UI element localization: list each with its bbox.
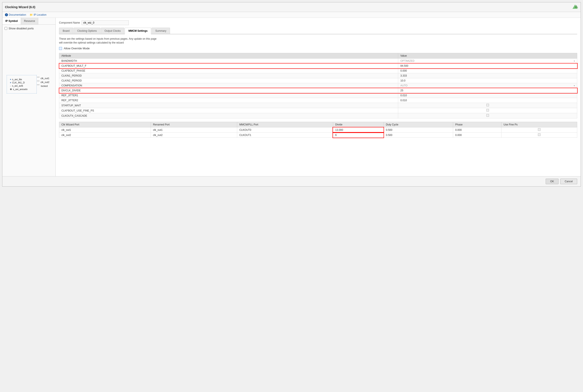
attr-name-cell: REF_JITTER2	[59, 98, 398, 103]
app-logo	[572, 4, 578, 10]
attr-value-cell: 3.333	[398, 73, 577, 78]
attr-header-value: Value	[398, 53, 577, 58]
attr-value-cell: 0.000	[398, 68, 577, 73]
tab-ip-symbol[interactable]: IP Symbol	[2, 18, 21, 24]
show-disabled-ports-label: Show disabled ports	[9, 27, 34, 30]
right-panel: Component Name Board Clocking Options Ou…	[56, 18, 581, 181]
desc-line1: These are the settings based on inputs f…	[59, 37, 577, 41]
port-plus-icon-2: +	[10, 81, 11, 84]
attr-value-cell: 25	[398, 88, 577, 93]
show-disabled-ports-checkbox[interactable]	[5, 27, 7, 30]
output-clk-out2: clk_out2	[41, 81, 49, 84]
attr-name-cell: BANDWIDTH	[59, 58, 398, 64]
desc-line2: will override the optimal settings calcu…	[59, 41, 577, 44]
port-clk-in1-d-label: CLK_IN1_D	[12, 81, 25, 84]
clk-cell: clk_out2	[59, 132, 151, 138]
clk-table-header: Renamed Port	[151, 122, 237, 128]
use-fine-ps-checkbox[interactable]	[538, 128, 540, 131]
toolbar: i Documentation 📁 IP Location	[2, 12, 581, 18]
port-plus-icon: +	[10, 78, 11, 81]
attr-value-cell[interactable]: OPTIMIZED▾	[398, 58, 577, 64]
attr-name-cell: STARTUP_WAIT	[59, 103, 398, 108]
documentation-link[interactable]: i Documentation	[5, 13, 26, 16]
output-line-3	[37, 85, 40, 85]
output-locked: locked	[41, 85, 48, 87]
clk-table-header: Use Fine Ps	[501, 122, 577, 128]
override-checkbox[interactable]	[59, 47, 62, 50]
port-dot-icon: ◉	[10, 88, 12, 90]
description-text: These are the settings based on inputs f…	[59, 37, 577, 44]
ok-button[interactable]: OK	[546, 179, 558, 184]
left-panel-tabs: IP Symbol Resource	[2, 18, 55, 25]
ip-block: + s_axi_lite + CLK_IN1_D – s_axi_aclk	[7, 75, 37, 94]
use-fine-ps-checkbox[interactable]	[538, 134, 540, 136]
clk-cell: 0.500	[384, 128, 453, 132]
attr-checkbox[interactable]	[486, 104, 489, 106]
attr-value-cell	[398, 103, 577, 108]
documentation-label: Documentation	[9, 13, 26, 16]
left-panel: IP Symbol Resource Show disabled ports +…	[2, 18, 56, 181]
attr-name-cell: DIVCLK_DIVIDE	[59, 88, 398, 93]
cancel-button[interactable]: Cancel	[560, 179, 577, 184]
clk-table: Clk Wizard PortRenamed PortMMCM/PLL Port…	[59, 122, 577, 138]
port-s-axi-lite: + s_axi_lite	[10, 78, 34, 81]
attr-value-cell	[398, 113, 577, 118]
output-line-1	[37, 77, 40, 77]
clk-cell: clk_out2	[151, 132, 237, 138]
tab-summary[interactable]: Summary	[152, 28, 170, 34]
attr-checkbox[interactable]	[486, 109, 489, 112]
component-name-row: Component Name	[59, 20, 577, 25]
output-clk-out1: clk_out1	[41, 77, 49, 80]
clk-table-header: Divide	[333, 122, 384, 128]
tab-output-clocks[interactable]: Output Clocks	[101, 28, 124, 34]
component-name-label: Component Name	[59, 21, 80, 24]
folder-icon: 📁	[30, 13, 33, 16]
component-name-input[interactable]	[82, 20, 129, 25]
attribute-table: Attribute Value BANDWIDTHOPTIMIZED▾CLKFB…	[59, 53, 577, 118]
use-fine-ps-cell	[501, 132, 577, 138]
ip-location-link[interactable]: 📁 IP Location	[30, 13, 47, 16]
clk-cell: 6	[333, 132, 384, 138]
bottom-bar: OK Cancel	[2, 176, 581, 186]
tab-clocking-options[interactable]: Clocking Options	[74, 28, 100, 34]
attr-checkbox[interactable]	[486, 114, 489, 117]
port-s-aresetn-label: s_axi_aresetn	[13, 88, 28, 90]
window-title: Clocking Wizard (6.0)	[5, 5, 35, 9]
override-label: Allow Override Mode	[64, 47, 90, 50]
port-s-axi-lite-label: s_axi_lite	[12, 78, 22, 81]
content-area: IP Symbol Resource Show disabled ports +…	[2, 18, 581, 181]
tab-mmcm-settings[interactable]: MMCM Settings	[125, 28, 151, 34]
clk-table-header: Duty Cycle	[384, 122, 453, 128]
clk-cell: clk_out1	[59, 128, 151, 132]
clk-table-header: Clk Wizard Port	[59, 122, 151, 128]
tab-board[interactable]: Board	[59, 28, 73, 34]
clk-cell: 0.000	[453, 128, 501, 132]
attr-name-cell: CLKIN1_PERIOD	[59, 73, 398, 78]
attr-name-cell: COMPENSATION	[59, 83, 398, 88]
clk-cell: CLKOUT0	[237, 128, 333, 132]
clk-cell: CLKOUT1	[237, 132, 333, 138]
output-line-2	[37, 81, 40, 81]
attr-name-cell: CLKOUT4_CASCADE	[59, 113, 398, 118]
title-bar: Clocking Wizard (6.0)	[2, 2, 581, 12]
left-panel-body: Show disabled ports + s_axi_lite + CLK_I…	[2, 25, 55, 96]
attr-value-cell	[398, 108, 577, 113]
port-s-axi-aclk-label: s_axi_aclk	[12, 84, 23, 87]
port-minus-icon: –	[10, 84, 11, 87]
attr-name-cell: CLKFBOUT_MULT_F	[59, 64, 398, 68]
attr-value-cell: 0.010	[398, 93, 577, 98]
attr-value-cell[interactable]: AUTO▾	[398, 83, 577, 88]
attr-value-cell: 84.500	[398, 64, 577, 68]
use-fine-ps-cell	[501, 128, 577, 132]
attr-value-cell: 0.010	[398, 98, 577, 103]
clk-table-header: MMCM/PLL Port	[237, 122, 333, 128]
attr-name-cell: REF_JITTER1	[59, 93, 398, 98]
clk-cell: 0.000	[453, 132, 501, 138]
clk-cell: clk_out1	[151, 128, 237, 132]
tab-resource[interactable]: Resource	[21, 18, 38, 24]
tabs-row: Board Clocking Options Output Clocks MMC…	[59, 28, 577, 34]
clk-table-row: clk_out1clk_out1CLKOUT013.0000.5000.000	[59, 128, 577, 132]
clk-cell: 13.000	[333, 128, 384, 132]
clk-table-header: Phase	[453, 122, 501, 128]
ip-symbol-area: + s_axi_lite + CLK_IN1_D – s_axi_aclk	[7, 73, 53, 94]
